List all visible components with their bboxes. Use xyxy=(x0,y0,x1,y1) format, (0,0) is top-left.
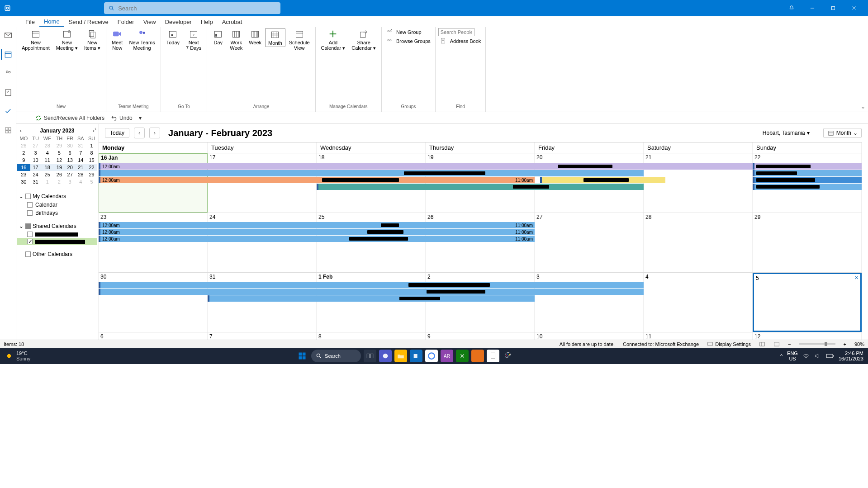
minical-day[interactable]: 5 xyxy=(54,149,65,156)
shared-calendars-group[interactable]: ⌄Shared Calendars xyxy=(17,222,97,231)
collapse-ribbon-button[interactable]: ⌄ xyxy=(861,104,865,110)
calendar-event[interactable]: 12:00am11:00am xyxy=(99,177,535,183)
global-search-input[interactable] xyxy=(118,5,276,12)
calendar-event[interactable] xyxy=(208,295,535,302)
calendar-cell[interactable]: 7 xyxy=(208,332,317,340)
meet-now-button[interactable]: MeetNow xyxy=(109,28,125,52)
calendar-cell[interactable]: 29 xyxy=(753,213,862,272)
taskbar-search[interactable]: Search xyxy=(311,350,361,362)
weather-location[interactable]: Hobart, Tasmania▾ xyxy=(763,130,810,136)
calendar-event[interactable]: 12:00am11:00am xyxy=(99,163,862,170)
calendar-cell[interactable]: 28 xyxy=(644,213,753,272)
shared-calendar-1[interactable] xyxy=(17,231,97,238)
calendar-cell[interactable]: 11 xyxy=(644,332,753,340)
menu-tab-file[interactable]: File xyxy=(21,18,39,26)
schedule-view-button[interactable]: ScheduleView xyxy=(286,28,313,52)
display-settings-button[interactable]: Display Settings xyxy=(707,341,751,347)
view-selector[interactable]: Month⌄ xyxy=(823,128,862,138)
minical-day[interactable]: 1 xyxy=(86,142,97,149)
new-group-button[interactable]: New Group xyxy=(384,28,423,36)
calendar-event[interactable]: 12:00am11:00am xyxy=(99,229,535,235)
minical-day[interactable]: 26 xyxy=(17,142,30,149)
minical-day[interactable]: 9 xyxy=(17,156,30,164)
day-view-button[interactable]: Day xyxy=(210,28,226,46)
browse-groups-button[interactable]: Browse Groups xyxy=(384,37,432,45)
today-button[interactable]: Today xyxy=(164,28,182,46)
taskbar-weather[interactable]: 19°CSunny xyxy=(5,351,30,361)
minical-day[interactable]: 19 xyxy=(54,164,65,171)
calendar-event[interactable] xyxy=(99,282,644,288)
month-view-button[interactable]: Month xyxy=(265,28,285,47)
minical-day[interactable]: 27 xyxy=(30,142,41,149)
minimize-button[interactable] xyxy=(802,0,823,16)
taskbar-explorer[interactable] xyxy=(394,350,407,362)
new-teams-meeting-button[interactable]: New TeamsMeeting xyxy=(126,28,157,52)
calendar-cell[interactable]: 4 xyxy=(644,273,753,332)
minical-day[interactable]: 11 xyxy=(41,156,54,164)
minical-day[interactable]: 29 xyxy=(86,171,97,178)
calendar-event[interactable] xyxy=(540,177,665,183)
language-indicator[interactable]: ENGUS xyxy=(787,351,798,361)
minical-day[interactable]: 16 xyxy=(17,164,30,171)
other-calendars-group[interactable]: ⌄Other Calendars xyxy=(17,250,97,259)
taskbar-app-ar[interactable]: AR xyxy=(441,350,453,362)
minical-day[interactable]: 13 xyxy=(65,156,76,164)
taskbar-clock[interactable]: 2:46 PM16/01/2023 xyxy=(839,351,863,361)
battery-icon[interactable] xyxy=(826,353,834,359)
calendar-event[interactable]: 12:00am11:00am xyxy=(99,222,535,228)
taskbar-teams[interactable] xyxy=(379,350,392,362)
minical-day[interactable]: 10 xyxy=(30,156,41,164)
shared-calendar-2[interactable]: ✓ xyxy=(17,238,97,245)
prev-period-button[interactable]: ‹ xyxy=(134,128,145,138)
new-items-button[interactable]: NewItems ▾ xyxy=(81,28,103,52)
calendar-item-calendar[interactable]: Calendar xyxy=(17,201,97,209)
minical-day[interactable]: 4 xyxy=(76,178,86,185)
menu-tab-acrobat[interactable]: Acrobat xyxy=(218,18,247,26)
calendar-cell[interactable]: ✕5 xyxy=(753,273,862,332)
minical-day[interactable]: 24 xyxy=(30,171,41,178)
minical-day[interactable]: 12 xyxy=(54,156,65,164)
calendar-event[interactable]: 12:00am11:00am xyxy=(99,236,535,242)
zoom-level[interactable]: 90% xyxy=(854,341,864,347)
close-cell-button[interactable]: ✕ xyxy=(854,275,859,281)
minical-day[interactable]: 26 xyxy=(54,171,65,178)
notifications-button[interactable] xyxy=(781,0,802,16)
minical-day[interactable]: 28 xyxy=(76,171,86,178)
calendar-cell[interactable]: 27 xyxy=(535,213,644,272)
calendar-item-birthdays[interactable]: Birthdays xyxy=(17,209,97,217)
start-button[interactable] xyxy=(296,350,308,362)
minical-day[interactable]: 30 xyxy=(65,142,76,149)
minical-day[interactable]: 20 xyxy=(65,164,76,171)
minical-day[interactable]: 25 xyxy=(41,171,54,178)
next-7-days-button[interactable]: 7Next7 Days xyxy=(183,28,204,52)
calendar-event[interactable] xyxy=(753,177,862,183)
my-calendars-group[interactable]: ⌄My Calendars xyxy=(17,192,97,201)
menu-tab-developer[interactable]: Developer xyxy=(161,18,196,26)
zoom-slider[interactable] xyxy=(799,343,835,345)
view-reading-button[interactable] xyxy=(773,341,780,347)
calendar-cell[interactable]: 12 xyxy=(753,332,862,340)
minical-day[interactable]: 17 xyxy=(30,164,41,171)
calendar-event[interactable] xyxy=(317,184,644,190)
view-normal-button[interactable] xyxy=(759,341,765,347)
mail-nav[interactable] xyxy=(2,30,14,41)
taskbar-excel[interactable] xyxy=(456,350,469,362)
new-appointment-button[interactable]: NewAppointment xyxy=(19,28,52,52)
add-calendar-button[interactable]: AddCalendar ▾ xyxy=(318,28,348,52)
minical-day[interactable]: 29 xyxy=(54,142,65,149)
taskbar-chrome[interactable] xyxy=(425,350,438,362)
goto-today-button[interactable]: Today xyxy=(105,128,129,138)
volume-icon[interactable] xyxy=(814,353,821,359)
minical-day[interactable]: 22 xyxy=(86,164,97,171)
todo-nav[interactable] xyxy=(2,106,14,117)
minical-day[interactable]: 4 xyxy=(41,149,54,156)
wifi-icon[interactable] xyxy=(802,353,810,359)
calendar-grid[interactable]: 16 Jan17181920212212:00am11:00am12:00am1… xyxy=(99,153,862,340)
mini-calendar[interactable]: MOTUWETHFRSASU26272829303112345678910111… xyxy=(17,135,97,185)
calendar-nav[interactable] xyxy=(1,49,14,60)
calendar-cell[interactable]: 10 xyxy=(535,332,644,340)
global-search[interactable] xyxy=(104,2,280,14)
task-view-button[interactable] xyxy=(364,350,376,362)
calendar-event[interactable] xyxy=(99,289,644,295)
calendar-event[interactable] xyxy=(99,170,644,176)
